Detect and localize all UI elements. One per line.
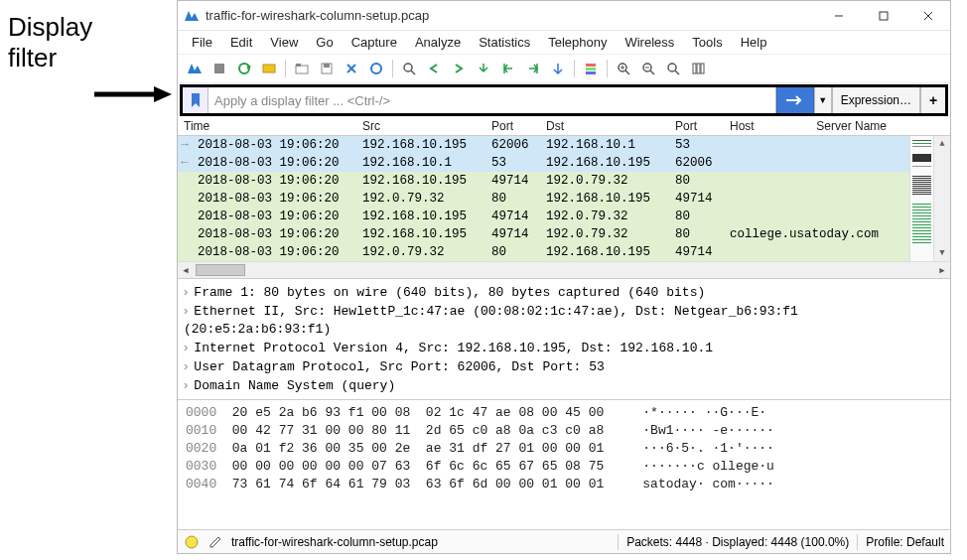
bytes-line[interactable]: 0040 73 61 74 6f 64 61 79 03 63 6f 6d 00… — [186, 476, 942, 493]
bytes-line[interactable]: 0020 0a 01 f2 36 00 35 00 2e ae 31 df 27… — [186, 440, 942, 458]
horizontal-scrollbar[interactable]: ◀ ▶ — [178, 261, 950, 278]
vertical-scrollbar[interactable]: ▲ ▼ — [933, 136, 950, 261]
minimap[interactable] — [909, 136, 933, 261]
reload-icon[interactable] — [365, 58, 387, 79]
annotation-arrow-icon — [94, 85, 172, 101]
toolbar-separator — [607, 60, 608, 77]
svg-point-31 — [668, 64, 676, 71]
start-capture-icon[interactable] — [184, 58, 206, 79]
svg-line-29 — [650, 70, 654, 74]
col-src[interactable]: Src — [356, 117, 485, 135]
close-button[interactable] — [905, 1, 950, 31]
display-filter-bar: ▼ Expression… + — [182, 86, 946, 114]
status-profile[interactable]: Profile: Default — [866, 535, 944, 549]
svg-rect-23 — [586, 71, 596, 74]
zoom-out-icon[interactable] — [637, 58, 659, 79]
expert-info-icon[interactable] — [184, 534, 200, 550]
annotation-label: Display filter — [8, 12, 92, 73]
svg-rect-33 — [693, 64, 696, 73]
bytes-line[interactable]: 0030 00 00 00 00 00 00 07 63 6f 6c 6c 65… — [186, 458, 942, 476]
menubar: File Edit View Go Capture Analyze Statis… — [178, 31, 950, 54]
first-icon[interactable] — [497, 58, 519, 79]
close-file-icon[interactable] — [341, 58, 362, 79]
menu-statistics[interactable]: Statistics — [471, 33, 538, 52]
menu-tools[interactable]: Tools — [684, 33, 730, 52]
svg-point-36 — [186, 536, 198, 548]
svg-rect-21 — [586, 64, 596, 67]
stop-capture-icon[interactable] — [208, 58, 230, 79]
table-row[interactable]: 2018-08-03 19:06:20192.0.79.3280192.168.… — [178, 190, 909, 208]
table-row[interactable]: 2018-08-03 19:06:20192.168.10.1954971419… — [178, 172, 909, 190]
menu-view[interactable]: View — [262, 33, 306, 52]
toolbar-separator — [574, 60, 575, 77]
detail-line[interactable]: Ethernet II, Src: HewlettP_1c:47:ae (00:… — [184, 302, 944, 339]
col-time[interactable]: Time — [178, 117, 356, 135]
col-dport[interactable]: Port — [669, 117, 724, 135]
display-filter-input[interactable] — [207, 86, 776, 114]
toolbar-separator — [392, 60, 393, 77]
options-icon[interactable] — [258, 58, 280, 79]
menu-help[interactable]: Help — [733, 33, 775, 52]
col-host[interactable]: Host — [724, 117, 807, 135]
menu-edit[interactable]: Edit — [222, 33, 260, 52]
menu-file[interactable]: File — [184, 33, 220, 52]
autoscroll-icon[interactable] — [547, 58, 569, 79]
toolbar — [178, 54, 950, 83]
save-icon[interactable] — [316, 58, 338, 79]
svg-rect-10 — [296, 66, 308, 73]
maximize-button[interactable] — [861, 1, 905, 31]
bookmark-icon[interactable] — [182, 86, 207, 114]
packet-details-pane[interactable]: Frame 1: 80 bytes on wire (640 bits), 80… — [178, 278, 950, 399]
next-icon[interactable] — [448, 58, 470, 79]
svg-rect-34 — [697, 64, 700, 73]
detail-line[interactable]: Domain Name System (query) — [184, 376, 944, 395]
filter-history-dropdown[interactable]: ▼ — [814, 86, 832, 114]
svg-rect-11 — [296, 64, 301, 67]
svg-rect-3 — [880, 12, 888, 20]
packet-list-pane: Time Src Port Dst Port Host Server Name … — [178, 117, 950, 278]
expression-button[interactable]: Expression… — [832, 86, 920, 114]
restart-capture-icon[interactable] — [233, 58, 255, 79]
open-file-icon[interactable] — [291, 58, 313, 79]
detail-line[interactable]: User Datagram Protocol, Src Port: 62006,… — [184, 357, 944, 376]
table-row[interactable]: 2018-08-03 19:06:20192.0.79.3280192.168.… — [178, 243, 909, 261]
svg-rect-13 — [324, 64, 330, 68]
find-icon[interactable] — [398, 58, 420, 79]
zoom-reset-icon[interactable] — [662, 58, 684, 79]
edit-icon[interactable] — [207, 534, 223, 550]
svg-rect-9 — [263, 65, 275, 72]
resize-columns-icon[interactable] — [687, 58, 709, 79]
packet-rows[interactable]: →2018-08-03 19:06:20192.168.10.195620061… — [178, 136, 909, 261]
col-server[interactable]: Server Name — [807, 117, 906, 135]
colorize-icon[interactable] — [580, 58, 602, 79]
col-dst[interactable]: Dst — [540, 117, 669, 135]
menu-capture[interactable]: Capture — [344, 33, 405, 52]
menu-wireless[interactable]: Wireless — [617, 33, 682, 52]
menu-go[interactable]: Go — [308, 33, 341, 52]
apply-filter-button[interactable] — [776, 86, 814, 114]
zoom-in-icon[interactable] — [613, 58, 634, 79]
add-filter-button[interactable]: + — [920, 86, 946, 114]
menu-telephony[interactable]: Telephony — [540, 33, 615, 52]
table-row[interactable]: ←2018-08-03 19:06:20192.168.10.153192.16… — [178, 154, 909, 172]
bytes-line[interactable]: 0000 20 e5 2a b6 93 f1 00 08 02 1c 47 ae… — [186, 404, 942, 422]
prev-icon[interactable] — [423, 58, 445, 79]
goto-icon[interactable] — [473, 58, 494, 79]
col-sport[interactable]: Port — [485, 117, 540, 135]
table-row[interactable]: 2018-08-03 19:06:20192.168.10.1954971419… — [178, 225, 909, 243]
titlebar: traffic-for-wireshark-column-setup.pcap — [178, 1, 950, 31]
packet-bytes-pane[interactable]: 0000 20 e5 2a b6 93 f1 00 08 02 1c 47 ae… — [178, 399, 950, 497]
last-icon[interactable] — [522, 58, 544, 79]
svg-line-18 — [411, 70, 415, 74]
bytes-line[interactable]: 0010 00 42 77 31 00 00 80 11 2d 65 c0 a8… — [186, 422, 942, 440]
detail-line[interactable]: Internet Protocol Version 4, Src: 192.16… — [184, 339, 944, 357]
svg-point-16 — [371, 64, 381, 73]
status-packets: Packets: 4448 · Displayed: 4448 (100.0%) — [626, 535, 849, 549]
window-title: traffic-for-wireshark-column-setup.pcap — [206, 8, 816, 23]
minimize-button[interactable] — [816, 1, 861, 31]
detail-line[interactable]: Frame 1: 80 bytes on wire (640 bits), 80… — [184, 283, 944, 302]
svg-point-17 — [404, 64, 412, 71]
table-row[interactable]: →2018-08-03 19:06:20192.168.10.195620061… — [178, 136, 909, 154]
table-row[interactable]: 2018-08-03 19:06:20192.168.10.1954971419… — [178, 208, 909, 225]
menu-analyze[interactable]: Analyze — [407, 33, 469, 52]
